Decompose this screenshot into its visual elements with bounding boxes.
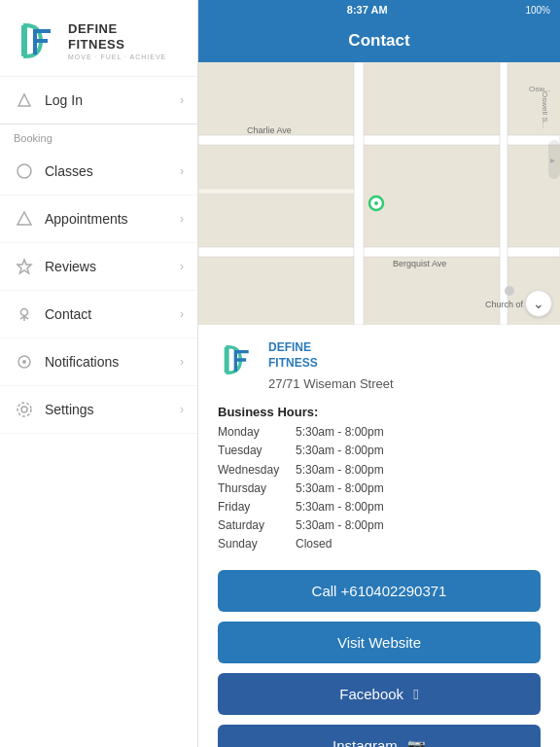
sidebar: DEFINEFITNESS MOVE · FUEL · ACHIEVE Log … — [0, 0, 198, 747]
contact-chevron: › — [180, 307, 184, 321]
hours-day: Friday — [218, 498, 296, 516]
brand-tagline: MOVE · FUEL · ACHIEVE — [68, 53, 166, 60]
facebook-label: Facebook — [339, 686, 403, 702]
contact-icon — [14, 303, 35, 325]
hours-day: Tuesday — [218, 442, 296, 460]
status-bar: 8:37 AM 100% — [199, 0, 560, 19]
facebook-button[interactable]: Facebook  — [218, 673, 541, 715]
svg-rect-14 — [354, 62, 364, 325]
svg-point-20 — [374, 201, 378, 205]
login-chevron: › — [180, 93, 184, 107]
hours-section: Business Hours: Monday5:30am - 8:00pmTue… — [218, 405, 541, 553]
page-title: Contact — [348, 31, 409, 51]
settings-icon — [14, 399, 35, 420]
hours-time: Closed — [296, 535, 332, 553]
call-button[interactable]: Call +610402290371 — [218, 570, 541, 612]
settings-chevron: › — [180, 403, 184, 416]
business-address: 27/71 Wiseman Street — [268, 371, 394, 391]
website-button[interactable]: Visit Website — [218, 622, 541, 663]
login-item[interactable]: Log In › — [0, 77, 197, 124]
hours-day: Wednesday — [218, 461, 296, 480]
map-area[interactable]: Charlie Ave Bergquist Ave Oswell S... Os… — [198, 62, 560, 325]
facebook-icon:  — [413, 686, 418, 702]
business-header: DEFINEFITNESS 27/71 Wiseman Street — [218, 340, 541, 391]
sidebar-item-reviews[interactable]: Reviews › — [0, 243, 197, 291]
login-label: Log In — [45, 92, 180, 108]
sidebar-item-notifications[interactable]: Notifications › — [0, 338, 197, 386]
appointments-icon — [14, 208, 35, 230]
classes-chevron: › — [180, 164, 184, 178]
svg-marker-3 — [18, 260, 31, 273]
reviews-icon — [14, 256, 35, 277]
logo-area: DEFINEFITNESS MOVE · FUEL · ACHIEVE — [0, 0, 197, 77]
hours-time: 5:30am - 8:00pm — [296, 516, 384, 535]
hours-title: Business Hours: — [218, 405, 541, 419]
brand-logo — [14, 18, 60, 64]
map-svg: Charlie Ave Bergquist Ave Oswell S... Os… — [198, 62, 560, 325]
svg-text:Oswell S...: Oswell S... — [541, 91, 549, 128]
classes-label: Classes — [45, 163, 180, 179]
sidebar-item-appointments[interactable]: Appointments › — [0, 196, 197, 243]
appointments-chevron: › — [180, 212, 184, 226]
svg-point-4 — [21, 309, 28, 316]
login-icon — [14, 89, 35, 111]
svg-rect-15 — [500, 62, 508, 325]
svg-point-1 — [18, 164, 31, 178]
info-panel: DEFINEFITNESS 27/71 Wiseman Street Busin… — [198, 325, 560, 747]
classes-icon — [14, 160, 35, 182]
instagram-button[interactable]: Instagram 📷 — [218, 725, 541, 748]
status-time: 8:37 AM — [209, 4, 525, 16]
chevron-down-icon: ⌄ — [533, 296, 544, 311]
svg-point-8 — [18, 403, 31, 416]
business-info: DEFINEFITNESS 27/71 Wiseman Street — [268, 340, 394, 391]
reviews-chevron: › — [180, 260, 184, 273]
hours-row: Thursday5:30am - 8:00pm — [218, 480, 541, 498]
business-logo — [218, 340, 257, 379]
status-battery: 100% — [525, 5, 550, 16]
svg-point-7 — [21, 407, 27, 412]
notifications-icon — [14, 351, 35, 373]
svg-point-21 — [505, 286, 514, 296]
hours-row: Friday5:30am - 8:00pm — [218, 498, 541, 516]
svg-marker-2 — [18, 212, 31, 225]
svg-text:Osw...: Osw... — [529, 85, 550, 93]
instagram-icon: 📷 — [407, 737, 426, 748]
hours-row: SundayClosed — [218, 535, 541, 553]
hours-time: 5:30am - 8:00pm — [296, 423, 384, 442]
action-buttons: Call +610402290371 Visit Website Faceboo… — [218, 570, 541, 748]
hours-time: 5:30am - 8:00pm — [296, 461, 384, 480]
notifications-chevron: › — [180, 355, 184, 369]
hours-day: Sunday — [218, 535, 296, 553]
svg-text:Charlie Ave: Charlie Ave — [247, 125, 292, 135]
brand-name-area: DEFINEFITNESS MOVE · FUEL · ACHIEVE — [68, 21, 166, 60]
collapse-map-button[interactable]: ⌄ — [525, 290, 552, 317]
hours-time: 5:30am - 8:00pm — [296, 480, 384, 498]
svg-marker-0 — [18, 94, 30, 106]
appointments-label: Appointments — [45, 211, 180, 227]
main-content: 8:37 AM 100% Contact Charlie Ave Bergqui… — [198, 0, 560, 747]
settings-label: Settings — [45, 402, 180, 417]
hours-row: Saturday5:30am - 8:00pm — [218, 516, 541, 535]
notifications-label: Notifications — [45, 354, 180, 370]
hours-row: Tuesday5:30am - 8:00pm — [218, 442, 541, 460]
hours-row: Monday5:30am - 8:00pm — [218, 423, 541, 442]
svg-text:▸: ▸ — [550, 155, 555, 165]
svg-point-6 — [22, 360, 26, 364]
hours-row: Wednesday5:30am - 8:00pm — [218, 461, 541, 480]
hours-time: 5:30am - 8:00pm — [296, 442, 384, 460]
sidebar-item-contact[interactable]: Contact › — [0, 291, 197, 338]
svg-text:Bergquist Ave: Bergquist Ave — [393, 259, 446, 268]
svg-rect-16 — [198, 189, 354, 194]
reviews-label: Reviews — [45, 259, 180, 274]
hours-list: Monday5:30am - 8:00pmTuesday5:30am - 8:0… — [218, 423, 541, 553]
instagram-label: Instagram — [332, 737, 398, 748]
booking-section-label: Booking — [0, 124, 197, 148]
business-logo-name: DEFINEFITNESS — [268, 340, 394, 371]
hours-day: Saturday — [218, 516, 296, 535]
sidebar-item-settings[interactable]: Settings › — [0, 386, 197, 434]
brand-name: DEFINEFITNESS — [68, 21, 166, 52]
hours-time: 5:30am - 8:00pm — [296, 498, 384, 516]
hours-day: Monday — [218, 423, 296, 442]
sidebar-item-classes[interactable]: Classes › — [0, 148, 197, 196]
hours-day: Thursday — [218, 480, 296, 498]
